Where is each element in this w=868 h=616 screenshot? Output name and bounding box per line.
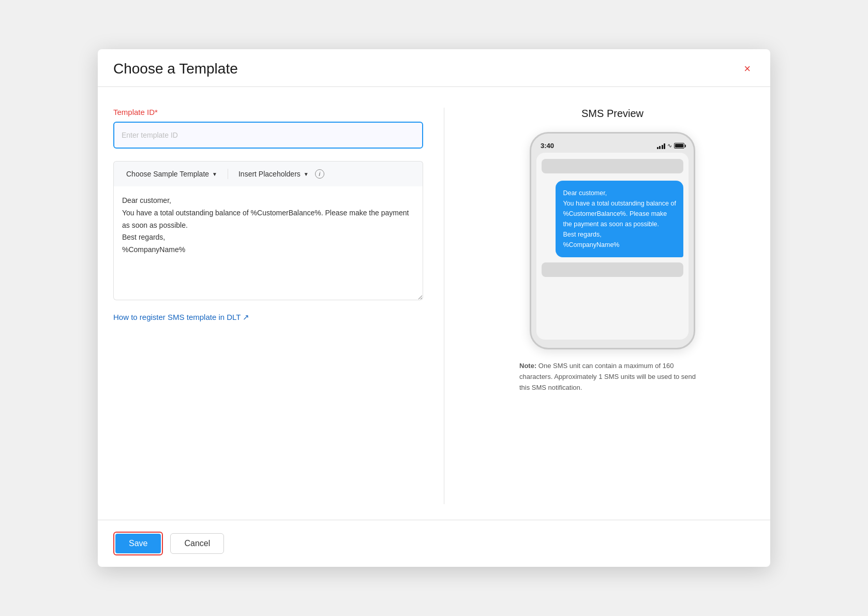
- signal-icon: [657, 143, 666, 149]
- dlt-link[interactable]: How to register SMS template in DLT ↗: [113, 313, 249, 322]
- save-button-wrapper: Save: [113, 532, 163, 555]
- message-bubble-text: Dear customer, You have a total outstand…: [563, 189, 676, 248]
- insert-placeholders-chevron-icon: ▼: [304, 171, 309, 177]
- choose-template-modal: Choose a Template × Template ID* Choose …: [98, 49, 770, 567]
- insert-placeholders-button[interactable]: Insert Placeholders ▼: [234, 168, 313, 180]
- phone-mockup: 3:40 ∿: [530, 132, 695, 349]
- note-text: Note: One SMS unit can contain a maximum…: [519, 361, 706, 393]
- message-bubble: Dear customer, You have a total outstand…: [556, 181, 683, 257]
- modal-header: Choose a Template ×: [98, 49, 770, 87]
- battery-icon: [674, 143, 684, 149]
- template-id-label: Template ID*: [113, 108, 423, 116]
- phone-body: Dear customer, You have a total outstand…: [536, 153, 689, 340]
- save-button[interactable]: Save: [115, 534, 161, 553]
- modal-title: Choose a Template: [113, 61, 238, 77]
- wifi-icon: ∿: [667, 142, 672, 149]
- choose-sample-chevron-icon: ▼: [212, 171, 217, 177]
- choose-sample-template-button[interactable]: Choose Sample Template ▼: [122, 168, 221, 180]
- insert-placeholders-label: Insert Placeholders: [238, 170, 301, 178]
- phone-status-bar: 3:40 ∿: [536, 142, 689, 153]
- phone-grey-bar-top: [542, 159, 683, 173]
- close-button[interactable]: ×: [740, 61, 755, 77]
- right-panel: SMS Preview 3:40 ∿: [444, 108, 755, 504]
- template-toolbar: Choose Sample Template ▼ Insert Placehol…: [113, 161, 423, 186]
- message-textarea[interactable]: Dear customer, You have a total outstand…: [113, 186, 423, 300]
- phone-time: 3:40: [541, 142, 554, 150]
- modal-body: Template ID* Choose Sample Template ▼ In…: [98, 87, 770, 520]
- note-content: One SMS unit can contain a maximum of 16…: [519, 362, 696, 391]
- cancel-button[interactable]: Cancel: [170, 533, 224, 554]
- phone-grey-bar-bottom: [542, 262, 683, 277]
- left-panel: Template ID* Choose Sample Template ▼ In…: [113, 108, 444, 504]
- phone-status-icons: ∿: [657, 142, 685, 149]
- template-id-input[interactable]: [113, 122, 423, 149]
- toolbar-divider: [228, 169, 228, 179]
- choose-sample-label: Choose Sample Template: [126, 170, 209, 178]
- modal-footer: Save Cancel: [98, 520, 770, 567]
- sms-preview-title: SMS Preview: [581, 108, 643, 120]
- dlt-link-text: How to register SMS template in DLT ↗: [113, 313, 249, 322]
- info-icon[interactable]: i: [315, 169, 324, 179]
